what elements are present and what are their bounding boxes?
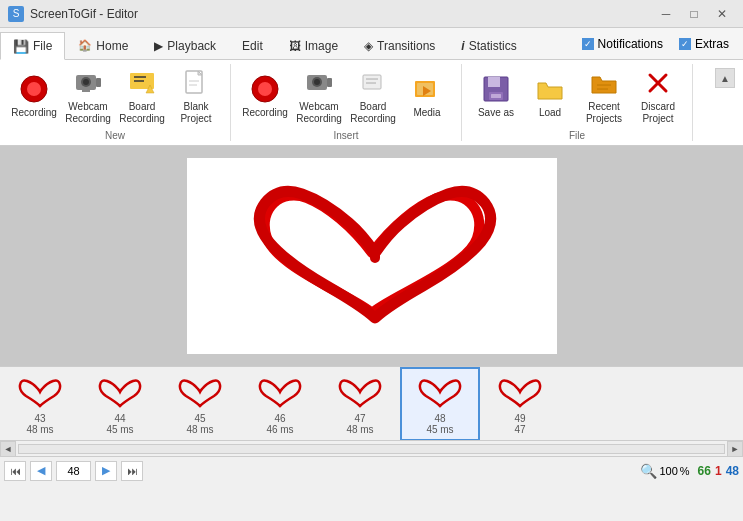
ribbon-group-new: Recording WebcamRecording bbox=[8, 64, 231, 141]
tab-playback[interactable]: ▶ Playback bbox=[141, 31, 229, 59]
prev-frame-icon: ◀ bbox=[37, 464, 45, 477]
frame-thumb-44 bbox=[94, 373, 146, 413]
frame-47-num: 47 bbox=[354, 413, 365, 424]
title-bar: S ScreenToGif - Editor ─ □ ✕ bbox=[0, 0, 743, 28]
blank-project-icon bbox=[180, 67, 212, 99]
recent-projects-button[interactable]: RecentProjects bbox=[578, 64, 630, 128]
frame-item[interactable]: 46 46 ms bbox=[240, 368, 320, 440]
frame-item[interactable]: 43 48 ms bbox=[0, 368, 80, 440]
frame-number-input[interactable] bbox=[56, 461, 91, 481]
frame-item[interactable]: 49 47 bbox=[480, 368, 560, 440]
app-title: ScreenToGif - Editor bbox=[30, 7, 138, 21]
minimize-button[interactable]: ─ bbox=[653, 4, 679, 24]
tab-statistics[interactable]: i Statistics bbox=[448, 31, 529, 59]
frame-item[interactable]: 44 45 ms bbox=[80, 368, 160, 440]
scroll-track[interactable] bbox=[18, 444, 725, 454]
home-tab-icon: 🏠 bbox=[78, 39, 92, 52]
scroll-right[interactable]: ► bbox=[727, 441, 743, 457]
ribbon-collapse[interactable]: ▲ bbox=[715, 64, 735, 141]
extras-toggle[interactable]: Extras bbox=[673, 35, 735, 53]
next-frame-button[interactable]: ▶ bbox=[95, 461, 117, 481]
tab-edit[interactable]: Edit bbox=[229, 31, 276, 59]
prev-frame-button[interactable]: ◀ bbox=[30, 461, 52, 481]
home-tab-label: Home bbox=[96, 39, 128, 53]
image-tab-label: Image bbox=[305, 39, 338, 53]
file-tab-label: File bbox=[33, 39, 52, 53]
recent-projects-icon bbox=[588, 67, 620, 99]
board-recording-button[interactable]: BoardRecording bbox=[116, 64, 168, 128]
statistics-tab-icon: i bbox=[461, 39, 464, 53]
board-recording2-button[interactable]: BoardRecording bbox=[347, 64, 399, 128]
svg-point-16 bbox=[258, 82, 272, 96]
last-frame-icon: ⏭ bbox=[127, 465, 138, 477]
media-button[interactable]: Media bbox=[401, 64, 453, 128]
notifications-checkbox[interactable] bbox=[582, 38, 594, 50]
board-recording2-label: BoardRecording bbox=[350, 101, 396, 125]
webcam-recording-button[interactable]: WebcamRecording bbox=[62, 64, 114, 128]
new-group-label: New bbox=[8, 130, 222, 141]
ribbon-tabs: 💾 File 🏠 Home ▶ Playback Edit 🖼 Image ◈ … bbox=[0, 28, 743, 60]
frame-48-num: 48 bbox=[434, 413, 445, 424]
extras-checkbox[interactable] bbox=[679, 38, 691, 50]
tab-image[interactable]: 🖼 Image bbox=[276, 31, 351, 59]
window-controls: ─ □ ✕ bbox=[653, 4, 735, 24]
tab-transitions[interactable]: ◈ Transitions bbox=[351, 31, 448, 59]
tab-file[interactable]: 💾 File bbox=[0, 32, 65, 60]
close-button[interactable]: ✕ bbox=[709, 4, 735, 24]
webcam-recording-label: WebcamRecording bbox=[65, 101, 111, 125]
frame-48-ms: 45 ms bbox=[426, 424, 453, 435]
load-button[interactable]: Load bbox=[524, 64, 576, 128]
scroll-left[interactable]: ◄ bbox=[0, 441, 16, 457]
save-as-button[interactable]: Save as bbox=[470, 64, 522, 128]
recording-button[interactable]: Recording bbox=[8, 64, 60, 128]
svg-rect-5 bbox=[96, 78, 101, 87]
ribbon-group-file: Save as Load RecentProje bbox=[470, 64, 693, 141]
notifications-toggle[interactable]: Notifications bbox=[576, 35, 669, 53]
maximize-button[interactable]: □ bbox=[681, 4, 707, 24]
blank-project-label: BlankProject bbox=[180, 101, 211, 125]
stat-blue: 48 bbox=[726, 464, 739, 478]
first-frame-icon: ⏮ bbox=[10, 465, 21, 477]
board-recording-icon bbox=[126, 67, 158, 99]
save-as-label: Save as bbox=[478, 107, 514, 119]
svg-rect-20 bbox=[327, 78, 332, 87]
zoom-area: 🔍 100 % 66 1 48 bbox=[640, 463, 739, 479]
load-label: Load bbox=[539, 107, 561, 119]
ribbon-right: Notifications Extras bbox=[576, 28, 743, 59]
discard-project-label: DiscardProject bbox=[641, 101, 675, 125]
webcam-recording-icon bbox=[72, 67, 104, 99]
discard-project-button[interactable]: DiscardProject bbox=[632, 64, 684, 128]
tab-home[interactable]: 🏠 Home bbox=[65, 31, 141, 59]
heart-drawing bbox=[187, 158, 557, 354]
frame-item[interactable]: 47 48 ms bbox=[320, 368, 400, 440]
webcam-recording2-button[interactable]: WebcamRecording bbox=[293, 64, 345, 128]
svg-point-1 bbox=[27, 82, 41, 96]
frame-scrollbar: ◄ ► bbox=[0, 440, 743, 456]
recording2-icon bbox=[249, 73, 281, 105]
frame-46-num: 46 bbox=[274, 413, 285, 424]
frame-43-num: 43 bbox=[34, 413, 45, 424]
last-frame-button[interactable]: ⏭ bbox=[121, 461, 143, 481]
svg-point-4 bbox=[83, 79, 89, 85]
blank-project-button[interactable]: BlankProject bbox=[170, 64, 222, 128]
ribbon-content: Recording WebcamRecording bbox=[0, 60, 743, 146]
frame-strip: 43 48 ms 44 45 ms 45 48 ms 46 46 ms 47 4… bbox=[0, 366, 743, 440]
statistics-tab-label: Statistics bbox=[469, 39, 517, 53]
image-tab-icon: 🖼 bbox=[289, 39, 301, 53]
file-group-label: File bbox=[470, 130, 684, 141]
collapse-icon[interactable]: ▲ bbox=[715, 68, 735, 88]
recording2-button[interactable]: Recording bbox=[239, 64, 291, 128]
frame-item-selected[interactable]: 48 45 ms bbox=[400, 367, 480, 441]
frame-47-ms: 48 ms bbox=[346, 424, 373, 435]
webcam-recording2-label: WebcamRecording bbox=[296, 101, 342, 125]
playback-tab-icon: ▶ bbox=[154, 39, 163, 53]
insert-group-label: Insert bbox=[239, 130, 453, 141]
frame-44-ms: 45 ms bbox=[106, 424, 133, 435]
first-frame-button[interactable]: ⏮ bbox=[4, 461, 26, 481]
frame-item[interactable]: 45 48 ms bbox=[160, 368, 240, 440]
frame-thumb-47 bbox=[334, 373, 386, 413]
frame-45-ms: 48 ms bbox=[186, 424, 213, 435]
svg-rect-30 bbox=[491, 94, 501, 98]
zoom-icon: 🔍 bbox=[640, 463, 657, 479]
edit-tab-label: Edit bbox=[242, 39, 263, 53]
